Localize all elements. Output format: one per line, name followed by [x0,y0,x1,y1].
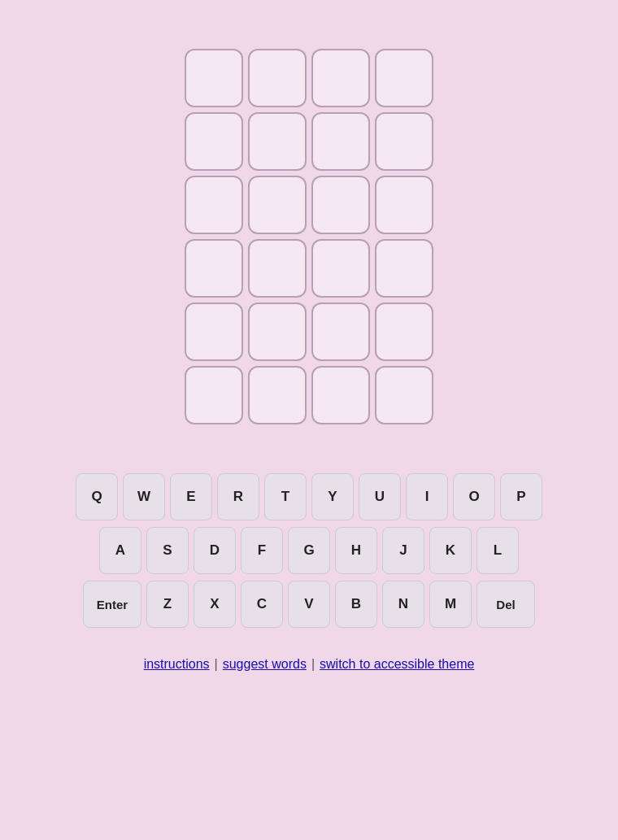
grid-row [185,302,433,361]
grid-cell-5-1 [248,366,307,424]
key-l[interactable]: L [477,527,519,574]
grid-cell-3-2 [311,239,370,298]
grid-cell-2-1 [248,176,307,234]
footer-separator-1: | [311,657,315,672]
grid-cell-4-3 [375,302,433,361]
grid-cell-0-1 [248,49,307,107]
grid-cell-2-3 [375,176,433,234]
key-y[interactable]: Y [311,473,354,520]
footer-separator-0: | [215,657,218,672]
footer-link-1[interactable]: suggest words [223,657,307,672]
grid-cell-3-3 [375,239,433,298]
footer-link-0[interactable]: instructions [144,657,210,672]
grid-cell-4-1 [248,302,307,361]
key-k[interactable]: K [429,527,472,574]
grid-cell-1-2 [311,112,370,171]
keyboard: QWERTYUIOPASDFGHJKLEnterZXCVBNMDel [76,473,542,628]
key-e[interactable]: E [170,473,212,520]
grid-row [185,112,433,171]
key-s[interactable]: S [146,527,189,574]
grid-cell-1-1 [248,112,307,171]
key-del[interactable]: Del [477,581,535,628]
grid-row [185,366,433,424]
key-t[interactable]: T [264,473,307,520]
keyboard-row-0: QWERTYUIOP [76,473,542,520]
grid-cell-4-0 [185,302,243,361]
key-o[interactable]: O [453,473,495,520]
key-r[interactable]: R [217,473,259,520]
grid-cell-5-3 [375,366,433,424]
grid-row [185,239,433,298]
key-c[interactable]: C [241,581,283,628]
key-d[interactable]: D [194,527,236,574]
grid-cell-2-0 [185,176,243,234]
key-v[interactable]: V [288,581,330,628]
grid-row [185,176,433,234]
grid-cell-0-3 [375,49,433,107]
key-j[interactable]: J [382,527,424,574]
grid-cell-5-2 [311,366,370,424]
grid-cell-1-0 [185,112,243,171]
key-enter[interactable]: Enter [83,581,141,628]
key-i[interactable]: I [406,473,448,520]
keyboard-row-2: EnterZXCVBNMDel [83,581,535,628]
grid-cell-2-2 [311,176,370,234]
game-grid [185,49,433,424]
grid-cell-4-2 [311,302,370,361]
grid-cell-3-1 [248,239,307,298]
key-h[interactable]: H [335,527,377,574]
key-n[interactable]: N [382,581,424,628]
key-p[interactable]: P [500,473,542,520]
grid-cell-1-3 [375,112,433,171]
key-z[interactable]: Z [146,581,189,628]
key-x[interactable]: X [194,581,236,628]
key-g[interactable]: G [288,527,330,574]
key-a[interactable]: A [99,527,141,574]
footer-link-2[interactable]: switch to accessible theme [320,657,474,672]
grid-cell-0-2 [311,49,370,107]
grid-cell-3-0 [185,239,243,298]
keyboard-row-1: ASDFGHJKL [99,527,519,574]
key-f[interactable]: F [241,527,283,574]
grid-row [185,49,433,107]
grid-cell-0-0 [185,49,243,107]
key-q[interactable]: Q [76,473,118,520]
key-u[interactable]: U [359,473,401,520]
key-m[interactable]: M [429,581,472,628]
footer-links: instructions | suggest words | switch to… [144,657,475,672]
grid-cell-5-0 [185,366,243,424]
key-b[interactable]: B [335,581,377,628]
key-w[interactable]: W [123,473,165,520]
